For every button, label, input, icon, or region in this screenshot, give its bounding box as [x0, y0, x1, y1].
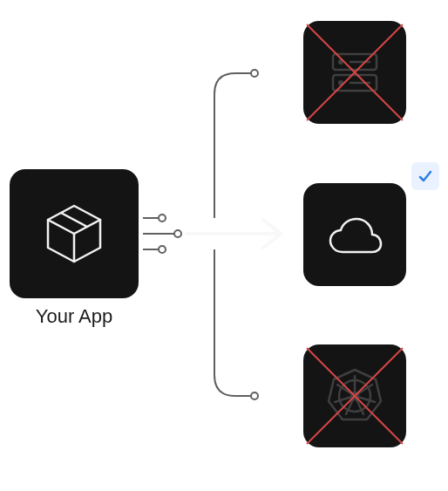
selected-check-badge: [411, 162, 439, 190]
kubernetes-card: [303, 344, 406, 447]
server-icon: [324, 42, 385, 103]
svg-point-6: [251, 70, 258, 77]
svg-point-11: [339, 60, 343, 64]
cloud-icon: [323, 203, 386, 266]
svg-point-4: [174, 230, 181, 237]
svg-point-7: [251, 392, 258, 399]
kubernetes-icon: [322, 364, 387, 428]
cloud-card: [303, 183, 406, 286]
app-card: [10, 169, 139, 298]
server-card: [303, 21, 406, 124]
check-icon: [417, 167, 434, 185]
svg-point-5: [159, 246, 166, 253]
app-label: Your App: [10, 305, 139, 328]
package-icon: [39, 199, 109, 269]
arrow-icon: [187, 220, 281, 248]
svg-point-12: [339, 81, 343, 85]
svg-point-3: [159, 215, 166, 222]
